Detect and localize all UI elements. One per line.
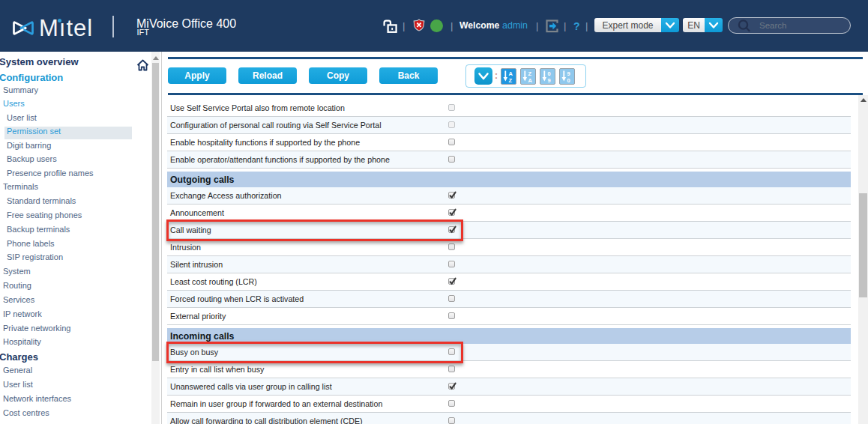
svg-text:Z: Z bbox=[528, 70, 531, 77]
svg-text:9: 9 bbox=[547, 77, 550, 84]
svg-text:Z: Z bbox=[509, 77, 513, 84]
svg-text:0: 0 bbox=[567, 77, 570, 84]
svg-text:9: 9 bbox=[567, 70, 570, 77]
svg-text:A: A bbox=[509, 70, 513, 77]
svg-text:A: A bbox=[528, 77, 532, 84]
svg-text:0: 0 bbox=[547, 70, 550, 77]
